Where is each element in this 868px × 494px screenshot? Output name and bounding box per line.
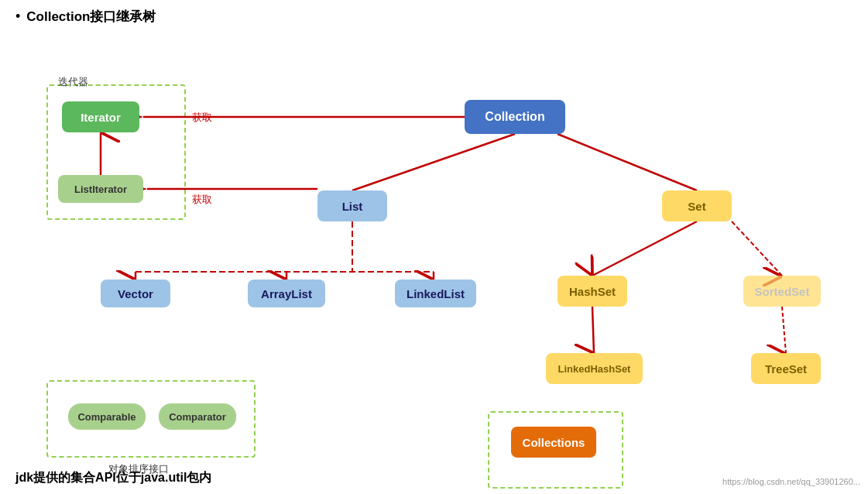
collections-node: Collections [511,427,596,458]
svg-line-5 [352,134,515,190]
diagram-area: 迭代器 对象排序接口 容器工具类 获取 获取 [15,32,852,473]
comparator-node: Comparator [159,403,236,430]
sortedset-node: SortedSet [743,276,821,307]
iterator-area-label: 迭代器 [58,75,88,89]
linkedhashset-node: LinkedHashSet [546,353,643,384]
bullet: • [15,9,20,25]
svg-line-16 [782,307,786,353]
get-label-2: 获取 [192,193,212,207]
footer-url: https://blog.csdn.net/qq_33901260... [722,477,860,486]
collection-node: Collection [465,100,565,134]
title-line: • Collection接口继承树 [15,8,853,26]
svg-line-12 [592,221,697,276]
svg-line-15 [592,307,594,353]
comparable-node: Comparable [68,403,146,430]
hashset-node: HashSet [558,276,627,307]
set-node: Set [662,190,732,221]
linkedlist-node: LinkedList [395,280,476,307]
list-node: List [317,190,387,221]
vector-node: Vector [101,280,170,307]
svg-line-6 [558,134,697,190]
svg-line-13 [732,221,782,276]
iterator-node: Iterator [62,101,139,132]
footer-text: jdk提供的集合API位于java.util包内 [15,470,211,486]
treeset-node: TreeSet [751,353,821,384]
listiterator-node: ListIterator [58,175,143,203]
page-container: • Collection接口继承树 迭代器 对象排序接口 容器工具类 获取 获取 [0,0,868,494]
page-title: Collection接口继承树 [26,8,156,26]
get-label-1: 获取 [192,111,212,125]
arraylist-node: ArrayList [248,280,325,307]
